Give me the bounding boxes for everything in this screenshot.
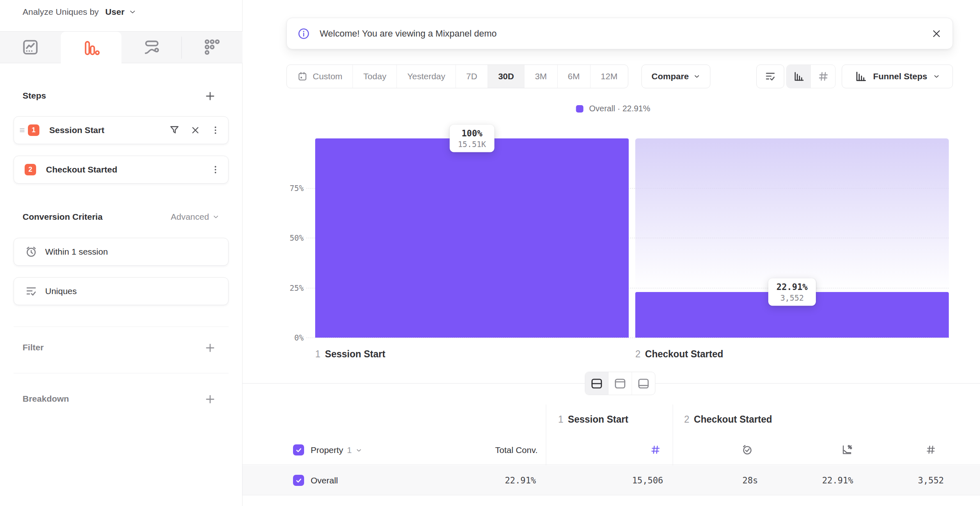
add-breakdown-button[interactable] [204,393,216,405]
layout-table-only-button[interactable] [632,372,655,395]
date-range-label: 12M [601,71,618,81]
property-label: Property [311,445,343,455]
bar-tooltip: 22.91% 3,552 [768,278,816,306]
advanced-dropdown[interactable]: Advanced [171,212,220,222]
tab-funnels[interactable] [61,32,121,64]
date-range-3m[interactable]: 3M [524,65,557,88]
funnel-bar[interactable] [315,138,629,338]
step-menu-kebab-icon[interactable] [210,164,221,175]
row-checkbox[interactable] [293,475,304,486]
tooltip-percent: 100% [458,129,486,138]
step-axis-name: Session Start [325,349,385,360]
tooltip-count: 3,552 [776,293,808,302]
bar-tooltip: 100% 15.51K [450,125,495,152]
gridline-0 [306,338,949,338]
cell-time-to-convert: 28s [742,476,758,485]
step-label: Session Start [49,125,104,135]
tab-insights[interactable] [0,32,61,63]
layout-top-icon [613,377,627,391]
chart-legend[interactable]: Overall · 22.91% [576,104,650,113]
count-metric-icon[interactable] [925,444,936,455]
date-range-30d[interactable]: 30D [488,65,525,88]
date-range-7d[interactable]: 7D [456,65,488,88]
date-range-6m[interactable]: 6M [558,65,591,88]
show-numbers-toggle[interactable] [811,65,835,88]
step-menu-kebab-icon[interactable] [210,125,221,136]
date-range-label: Today [363,71,386,81]
layout-split-icon [590,377,604,391]
add-filter-button[interactable] [204,342,216,354]
filter-step-icon[interactable] [168,124,181,136]
sidebar-divider [14,373,229,373]
date-range-custom[interactable]: Custom [287,65,353,88]
table-group-header-1: 1 Session Start [558,414,628,425]
conversion-rate-icon[interactable] [840,444,853,456]
select-all-checkbox[interactable] [293,444,304,455]
chevron-down-icon [933,73,940,80]
time-to-convert-icon[interactable] [741,444,753,456]
view-type-dropdown[interactable]: Funnel Steps [842,64,953,88]
table-group-header-2: 2 Checkout Started [684,414,772,425]
compare-label: Compare [651,71,689,81]
metric-uniques-button[interactable] [756,64,784,88]
table-row-overall[interactable] [243,465,980,495]
legend-label: Overall · 22.91% [589,104,650,113]
date-range-label: 3M [535,71,547,81]
info-icon [298,28,310,40]
chevron-down-icon [693,73,701,80]
group-label: Session Start [568,414,628,425]
value-display-toggle [786,64,836,88]
view-type-label: Funnel Steps [873,71,927,81]
analyze-by-value[interactable]: User [105,7,125,17]
conversion-window-card[interactable]: Within 1 session [14,238,229,266]
step-label: Checkout Started [46,165,117,175]
step-axis-label-1: 1 Session Start [315,349,385,360]
panel-layout-switcher [585,372,655,395]
show-bars-toggle[interactable] [787,65,811,88]
bar-chart-icon [793,70,805,83]
count-metric-icon[interactable] [650,444,661,455]
sidebar-divider [14,327,229,327]
step-axis-number: 2 [635,349,641,360]
close-icon[interactable] [931,28,942,39]
analyze-by-label: Analyze Uniques by [23,7,99,17]
date-range-today[interactable]: Today [353,65,397,88]
list-check-icon [25,285,38,298]
clock-icon [25,245,38,258]
funnel-bar-checkout-started[interactable]: 22.91% 3,552 [635,138,949,338]
step-card-2[interactable]: 2 Checkout Started [14,156,229,184]
layout-split-button[interactable] [585,372,609,395]
conversion-window-label: Within 1 session [45,247,108,257]
flows-icon [142,38,161,57]
compare-button[interactable]: Compare [641,64,710,88]
steps-heading: Steps [23,91,46,101]
conversion-criteria-heading: Conversion Criteria [23,212,103,222]
users-grid-icon [203,38,222,57]
analyze-by-control[interactable]: Analyze Uniques by User [23,7,137,17]
layout-chart-only-button[interactable] [609,372,632,395]
date-range-label: 30D [498,71,514,81]
total-conv-header[interactable]: Total Conv. [495,445,538,455]
tab-separator [181,37,182,59]
step-card-1[interactable]: 1 Session Start [14,116,229,144]
property-selector[interactable]: Property 1 [311,445,362,455]
property-index: 1 [347,445,352,455]
remove-step-icon[interactable] [190,124,201,136]
cell-total-conv: 22.91% [505,476,536,485]
tab-flows[interactable] [121,32,182,63]
step-number-badge: 1 [28,124,39,136]
funnel-bar-session-start[interactable]: 100% 15.51K [315,138,629,338]
legend-swatch [576,105,584,113]
date-range-yesterday[interactable]: Yesterday [397,65,456,88]
counting-method-card[interactable]: Uniques [14,277,229,305]
drag-handle-icon[interactable] [18,126,26,134]
counting-method-label: Uniques [45,286,77,296]
funnel-loss-area [635,138,949,292]
report-type-tabs [0,31,243,63]
group-number: 2 [684,414,689,425]
add-step-button[interactable] [204,90,216,102]
group-number: 1 [558,414,563,425]
tab-users[interactable] [182,32,243,63]
date-range-12m[interactable]: 12M [591,65,628,88]
date-range-label: Yesterday [407,71,445,81]
